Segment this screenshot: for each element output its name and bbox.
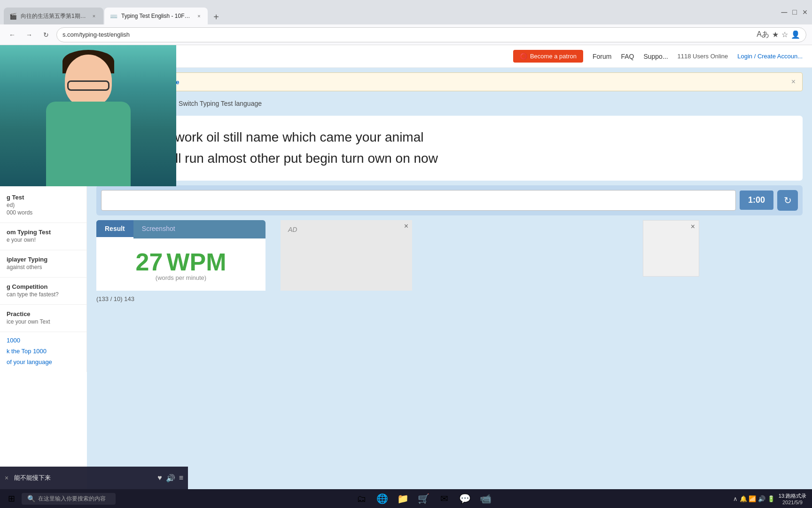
bottom-stats: (133 / 10) 143 [96,294,803,304]
login-create-link[interactable]: Login / Create Accoun... [737,53,803,60]
tab2-close[interactable]: × [196,12,202,20]
support-link[interactable]: Suppo... [643,53,668,60]
search-taskbar-icon: 🔍 [27,495,35,502]
person-body [46,102,131,186]
taskbar-task-view[interactable]: 🗂 [353,490,370,507]
tab-bar: 🎬 向往的生活第五季第1期：黄磊... × ⌨️ Typing Test Eng… [4,0,224,24]
back-button[interactable]: ← [6,28,19,41]
minimize-button[interactable]: ─ [781,9,788,16]
tab-1[interactable]: 🎬 向往的生活第五季第1期：黄磊... × [4,8,103,24]
forward-button[interactable]: → [23,28,36,41]
patron-icon: ⭕ [520,53,527,60]
toolbar: Login English ▾ Switch Typing Test langu… [96,96,803,111]
typing-test-box: look come work oil still name which came… [96,116,803,181]
ad-close[interactable]: × [404,222,408,230]
taskbar-clock: 13:跑格式录 2021/5/9 [779,492,806,505]
result-tab[interactable]: Result [96,220,133,238]
tab2-label: Typing Test English - 10FastFing... [121,13,192,19]
taskbar: ⊞ 🔍 在这里输入你要搜索的内容 🗂 🌐 📁 🛒 ✉ 💬 📹 ∧ 🔔 📶 🔊 🔋… [0,489,812,508]
taskbar-edge[interactable]: 🌐 [374,490,390,507]
screenshot-tab[interactable]: Screenshot [133,220,184,238]
timer-button[interactable]: 1:00 [740,190,773,210]
side-ad-box: × [643,220,699,277]
taskbar-wechat[interactable]: 💬 [456,490,473,507]
person-glasses [67,80,109,91]
switch-lang-text: Switch Typing Test language [179,100,262,107]
ad-box: AD × [281,220,412,291]
wpm-value: 27 [136,248,163,276]
taskbar-left: ⊞ 🔍 在这里输入你要搜索的内容 [0,491,119,506]
wpm-display: 27 WPM [106,248,256,276]
sidebar-multiplayer-title: iplayer Typing [7,256,80,263]
result-panel: Result Screenshot 27 WPM (words per minu… [96,220,265,291]
faq-link[interactable]: FAQ [621,53,634,60]
sidebar-link-top1000[interactable]: k the Top 1000 [0,346,86,357]
reset-button[interactable]: ↻ [777,190,798,211]
webcam-feed [0,45,176,186]
typing-line-1-rest: come work oil still name which came your… [139,130,423,144]
taskbar-system-icons: ∧ 🔔 📶 🔊 🔋 [733,495,774,502]
sidebar-competition-section: g Competition can type the fastest? [0,280,86,302]
sidebar-multiplayer-section: iplayer Typing against others [0,253,86,274]
refresh-button[interactable]: ↻ [39,28,53,41]
side-ad-column: × [643,220,803,291]
sidebar-custom-section: om Typing Test e your own! [0,226,86,247]
content-row: Result Screenshot 27 WPM (words per minu… [96,220,803,291]
sidebar-divider-5 [0,332,86,332]
taskbar-mail[interactable]: ✉ [436,490,453,507]
tab1-label: 向往的生活第五季第1期：黄磊... [21,12,86,20]
taskbar-explorer[interactable]: 📁 [394,490,411,507]
favorites-icon[interactable]: ★ [772,30,779,39]
menu-icon[interactable]: ≡ [179,474,183,483]
start-button[interactable]: ⊞ [4,491,19,506]
side-ad-close[interactable]: × [691,222,695,231]
taskbar-store[interactable]: 🛒 [415,490,432,507]
sidebar-link-language[interactable]: of your language [0,357,86,367]
profile-icon[interactable]: 👤 [791,30,800,39]
taskbar-date: 2021/5/9 [779,500,806,505]
patron-label: Become a patron [530,53,577,60]
sidebar-typing-test-section: g Test ed) 000 words [0,191,86,220]
translate-icon[interactable]: Aあ [757,30,769,40]
reset-icon: ↻ [784,195,792,206]
typing-input[interactable] [101,190,736,211]
volume-icon[interactable]: 🔊 [166,474,175,483]
media-bar-close[interactable]: × [5,474,8,482]
webcam-overlay [0,45,176,186]
close-button[interactable]: × [802,9,808,16]
tab2-icon: ⌨️ [110,13,117,20]
wpm-label: (words per minute) [106,274,256,281]
sidebar-divider-1 [0,222,86,223]
sidebar-typing-test-sub1: ed) [7,202,80,208]
become-patron-button[interactable]: ⭕ Become a patron [513,50,583,63]
sidebar-practice-section: Practice ice your own Text [0,308,86,329]
heart-icon[interactable]: ♥ [157,474,162,483]
sidebar-link-1000[interactable]: 1000 [0,335,86,346]
person-silhouette [0,45,176,186]
media-icons: ♥ 🔊 ≡ [157,474,183,483]
taskbar-search[interactable]: 🔍 在这里输入你要搜索的内容 [22,493,116,505]
sidebar-competition-title: g Competition [7,283,80,290]
maximize-button[interactable]: □ [791,9,798,16]
taskbar-time: 13:跑格式录 [779,492,806,500]
tab-2[interactable]: ⌨️ Typing Test English - 10FastFing... × [104,8,208,24]
tab1-close[interactable]: × [90,12,98,20]
sidebar-practice-sub1: ice your own Text [7,318,80,325]
taskbar-camera[interactable]: 📹 [477,490,494,507]
sidebar-custom-sub1: e your own! [7,237,80,243]
lang-notice-close[interactable]: × [791,78,796,86]
new-tab-button[interactable]: + [209,9,224,24]
collections-icon[interactable]: ☆ [781,30,788,39]
users-online: 1118 Users Online [678,53,728,60]
sidebar: g Test ed) 000 words om Typing Test e yo… [0,186,87,372]
sidebar-divider-4 [0,304,86,305]
lang-notice: eed in Traditional-chinese × [96,72,803,91]
sidebar-divider-2 [0,250,86,250]
tab1-icon: 🎬 [9,13,17,20]
typing-line-1: look come work oil still name which came… [109,127,789,148]
forum-link[interactable]: Forum [593,53,611,60]
media-bar: × 能不能慢下来 ♥ 🔊 ≡ [0,467,188,489]
website-content: ⭕ Become a patron Forum FAQ Suppo... 111… [0,45,812,489]
sidebar-typing-test-title: g Test [7,194,80,201]
address-bar[interactable]: s.com/typing-test/english Aあ ★ ☆ 👤 [56,27,806,42]
